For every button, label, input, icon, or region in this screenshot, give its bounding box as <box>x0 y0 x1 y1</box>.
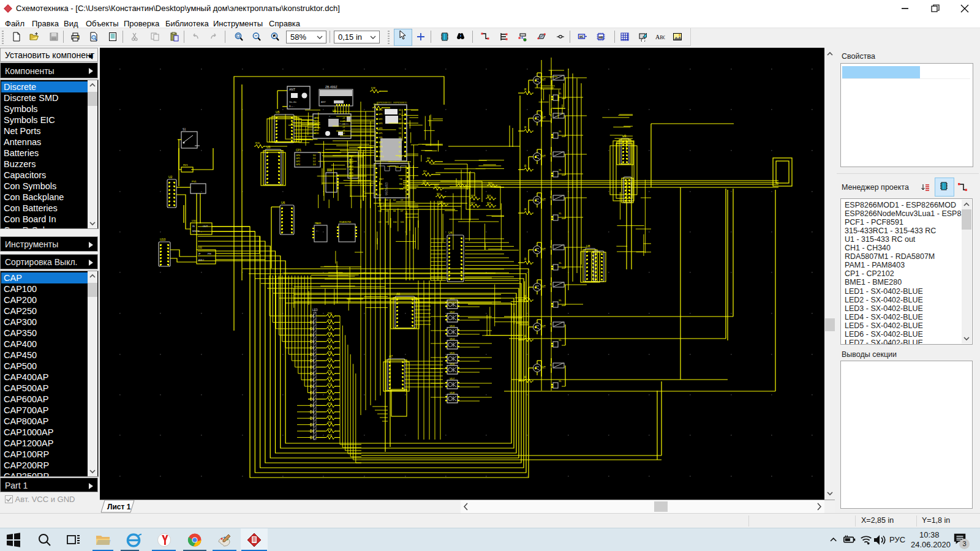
svg-text:K: K <box>550 246 552 249</box>
svg-text:D0: D0 <box>313 154 315 157</box>
svg-text:HB: HB <box>599 36 604 40</box>
svg-text:D8: D8 <box>399 146 401 148</box>
svg-text:R13: R13 <box>458 182 462 184</box>
svg-text:R10: R10 <box>434 185 439 187</box>
svg-text:XL: XL <box>559 212 562 215</box>
svg-text:VT: VT <box>542 248 546 251</box>
svg-text:R6: R6 <box>427 157 431 160</box>
svg-text:D1: D1 <box>399 113 401 116</box>
svg-text:R40: R40 <box>328 332 332 334</box>
svg-text:R36: R36 <box>328 389 332 392</box>
svg-text:U5: U5 <box>266 145 271 149</box>
svg-text:D2: D2 <box>313 160 315 163</box>
svg-text:U2: U2 <box>168 175 173 179</box>
svg-text:R32: R32 <box>328 325 332 328</box>
svg-text:D1: D1 <box>313 157 315 160</box>
svg-text:U6: U6 <box>281 201 285 204</box>
svg-text:R11: R11 <box>437 193 440 195</box>
svg-text:VT: VT <box>542 78 546 81</box>
svg-text:ZB-499Z: ZB-499Z <box>325 85 337 89</box>
svg-text:U11: U11 <box>198 246 203 249</box>
svg-text:GP4: GP4 <box>379 127 383 130</box>
svg-text:ANT: ANT <box>289 88 295 91</box>
svg-text:GP5: GP5 <box>379 132 383 135</box>
svg-text:VT: VT <box>542 366 546 369</box>
svg-text:VT: VT <box>542 198 546 201</box>
svg-text:VT: VT <box>542 325 546 328</box>
svg-text:GP0: GP0 <box>296 154 300 157</box>
svg-text:AD4: AD4 <box>349 168 353 171</box>
svg-text:GP2: GP2 <box>379 118 383 121</box>
svg-text:R30: R30 <box>328 312 332 315</box>
svg-text:AIN4: AIN4 <box>314 129 319 132</box>
svg-text:R27: R27 <box>328 434 332 437</box>
svg-text:B + -: B + - <box>289 105 295 108</box>
svg-text:R46: R46 <box>328 351 332 353</box>
svg-text:A6: A6 <box>396 292 400 296</box>
svg-text:XL: XL <box>559 261 562 264</box>
svg-text:PV1: PV1 <box>192 180 197 183</box>
svg-text:D2: D2 <box>399 118 401 121</box>
svg-text:RV1: RV1 <box>183 163 188 167</box>
svg-text:A-B-O: A-B-O <box>198 259 205 261</box>
svg-text:VD4: VD4 <box>450 337 455 340</box>
svg-text:12V: 12V <box>377 193 381 197</box>
svg-text:PH: PH <box>208 252 211 255</box>
svg-text:XL: XL <box>559 168 562 171</box>
svg-text:RX: RX <box>399 183 403 186</box>
svg-text:D4: D4 <box>379 210 381 212</box>
svg-text:U0: U0 <box>333 110 336 113</box>
svg-text:VD2: VD2 <box>450 310 455 313</box>
svg-text:R14: R14 <box>488 182 492 184</box>
svg-text:VD3: VD3 <box>450 324 455 328</box>
svg-text:K: K <box>550 283 552 286</box>
svg-text:K: K <box>550 196 552 199</box>
svg-text:GP3: GP3 <box>296 163 300 166</box>
svg-text:VT: VT <box>542 155 546 158</box>
svg-text:R26: R26 <box>328 395 332 398</box>
svg-text:K: K <box>550 152 552 156</box>
svg-text:GP1: GP1 <box>296 157 300 160</box>
svg-text:AD1: AD1 <box>349 159 353 161</box>
svg-text:R12: R12 <box>439 201 443 203</box>
svg-text:D6: D6 <box>393 210 396 212</box>
svg-text:R4: R4 <box>423 170 427 173</box>
svg-text:R: R <box>524 258 527 261</box>
svg-text:VT: VT <box>542 285 546 288</box>
svg-text:D9: D9 <box>399 151 401 153</box>
svg-text:D7: D7 <box>401 210 403 212</box>
svg-text:PCF: PCF <box>374 103 379 106</box>
svg-text:3in-4in: 3in-4in <box>289 100 296 103</box>
svg-text:R: R <box>524 208 527 211</box>
svg-text:AD5: AD5 <box>349 172 353 174</box>
svg-text:ILM: ILM <box>371 86 375 89</box>
svg-text:+5: +5 <box>342 126 345 129</box>
svg-text:GP7: GP7 <box>379 141 383 144</box>
svg-text:HC: HC <box>579 35 584 39</box>
svg-text:R17: R17 <box>471 202 475 204</box>
svg-text:A7: A7 <box>389 354 393 358</box>
svg-text:RST: RST <box>379 178 384 181</box>
svg-text:o: o <box>329 114 331 118</box>
svg-text:ESP8266: ESP8266 <box>384 182 388 195</box>
svg-text:R24: R24 <box>328 319 332 321</box>
svg-text:R22: R22 <box>328 345 332 347</box>
svg-text:R33: R33 <box>328 421 332 424</box>
svg-text:D2: D2 <box>393 199 396 201</box>
svg-text:U5: U5 <box>276 110 280 114</box>
svg-text:GP1: GP1 <box>379 113 383 116</box>
svg-text:GP10: GP10 <box>379 156 383 158</box>
svg-text:D6: D6 <box>399 137 401 139</box>
svg-text:XL: XL <box>559 339 562 342</box>
svg-text:RDA5807M1: RDA5807M1 <box>339 221 352 223</box>
svg-text:AD2: AD2 <box>349 162 353 164</box>
svg-text:ABC: ABC <box>655 34 665 40</box>
svg-text:D0: D0 <box>379 199 381 201</box>
svg-text:GP3: GP3 <box>379 122 383 125</box>
svg-text:ANT: ANT <box>321 100 326 103</box>
svg-text:GP8: GP8 <box>379 146 383 148</box>
svg-text:D5: D5 <box>386 210 388 212</box>
svg-text:D1: D1 <box>386 199 388 201</box>
svg-text:VT: VT <box>542 116 546 119</box>
svg-text:TX: TX <box>399 178 402 181</box>
